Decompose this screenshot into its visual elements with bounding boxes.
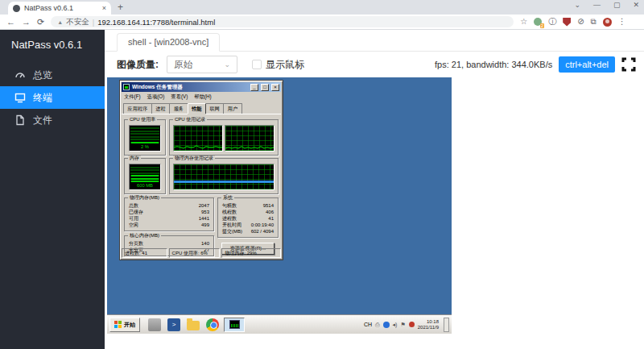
terminal-icon: [14, 92, 26, 103]
cpu-history-group: CPU 使用记录: [169, 119, 279, 156]
task-manager-window[interactable]: Windows 任务管理器 _ □ × 文件(F) 选项(O) 查看(V) 帮助…: [119, 80, 283, 260]
tab-networking[interactable]: 联网: [205, 103, 224, 114]
status-cpu: CPU 使用率: 6%: [169, 248, 221, 258]
taskbar-task-manager-button[interactable]: [224, 318, 245, 332]
tab-processes[interactable]: 进程: [151, 103, 170, 114]
sidebar: NatPass v0.6.1 总览 终端 文件: [0, 30, 105, 349]
show-desktop-button[interactable]: [444, 318, 449, 332]
memory-value: 600 MB: [130, 182, 159, 189]
sidebar-item-overview[interactable]: 总览: [0, 64, 105, 86]
tray-audio-icon[interactable]: [409, 322, 415, 327]
quicklaunch-chrome-icon[interactable]: [206, 318, 219, 331]
tm-close-button[interactable]: ×: [271, 84, 279, 91]
menu-options[interactable]: 选项(O): [147, 93, 165, 101]
task-manager-app-icon: [123, 84, 130, 90]
tab-close-icon[interactable]: ×: [102, 4, 106, 12]
show-cursor-label: 显示鼠标: [266, 58, 304, 72]
browser-menu-icon[interactable]: ⋮: [618, 18, 626, 26]
extension-shield-icon[interactable]: [563, 18, 571, 27]
window-close-button[interactable]: ✕: [633, 1, 639, 9]
extension-badge: 2: [540, 23, 544, 28]
cpu-history-graph-2: [225, 125, 275, 152]
tm-maximize-button[interactable]: □: [261, 84, 269, 91]
address-bar[interactable]: ▲ 不安全 | 192.168.164.11:7788/terminal.htm…: [51, 16, 514, 27]
status-memory: 物理内存: 29%: [221, 248, 281, 258]
browser-tab-title: NatPass v0.6.1: [24, 4, 98, 12]
forward-icon[interactable]: →: [22, 17, 31, 27]
gauge-icon: [14, 69, 26, 81]
bookmark-star-icon[interactable]: ☆: [520, 18, 527, 26]
status-processes: 进程数: 41: [122, 248, 167, 258]
back-icon[interactable]: ←: [6, 17, 15, 27]
taskbar-clock[interactable]: 10:18 2021/11/9: [418, 319, 440, 330]
clock-date: 2021/11/9: [418, 325, 439, 330]
browser-toolbar: ← → ⟳ ▲ 不安全 | 192.168.164.11:7788/termin…: [0, 15, 644, 30]
cpu-usage-group: CPU 使用率 2 %: [124, 119, 166, 156]
tab-applications[interactable]: 应用程序: [123, 103, 152, 114]
vnc-desktop[interactable]: Windows 任务管理器 _ □ × 文件(F) 选项(O) 查看(V) 帮助…: [107, 77, 452, 334]
start-button[interactable]: 开始: [109, 318, 140, 332]
physical-memory-group: 物理内存(MB) 总数2047 已缓存953 可用1441 空闲499: [124, 197, 214, 231]
tray-printer-icon[interactable]: ⎙: [375, 322, 380, 327]
fullscreen-icon[interactable]: [621, 57, 636, 72]
show-cursor-checkbox[interactable]: [252, 60, 262, 69]
new-tab-button[interactable]: +: [118, 2, 123, 15]
tab-search-icon[interactable]: ⌄: [574, 1, 580, 9]
quicklaunch-device-icon[interactable]: [148, 318, 161, 331]
sidebar-item-label: 文件: [33, 114, 52, 127]
tray-flag-icon[interactable]: ⚑: [400, 322, 405, 327]
sidebar-item-label: 终端: [33, 91, 52, 105]
show-cursor-checkbox-row[interactable]: 显示鼠标: [252, 58, 304, 72]
tab-users[interactable]: 用户: [223, 103, 242, 114]
tray-volume-icon[interactable]: ◂): [393, 322, 398, 327]
vnc-toolbar: 图像质量: 原始 ⌄ 显示鼠标 fps: 21, bandwidth: 344.…: [105, 52, 644, 77]
extensions-puzzle-icon[interactable]: ⧉: [591, 17, 597, 27]
system-tray: CH ⎙ ◂) ⚑ 10:18 2021/11/9: [364, 318, 449, 332]
memory-history-graph: [173, 164, 275, 190]
tab-performance[interactable]: 性能: [188, 103, 206, 114]
memory-group: 内存 600 MB: [124, 158, 166, 194]
start-label: 开始: [124, 321, 135, 329]
tm-minimize-button[interactable]: _: [250, 84, 258, 91]
quicklaunch-folder-icon[interactable]: [187, 321, 200, 330]
reload-icon[interactable]: ⟳: [37, 17, 44, 27]
app-title: NatPass v0.6.1: [0, 30, 105, 64]
desktop-taskbar: 开始 > CH ⎙ ◂) ⚑ 10:18 2021/11/9: [107, 315, 452, 334]
menu-help[interactable]: 帮助(H): [194, 93, 211, 101]
clock-time: 10:18: [418, 319, 439, 325]
profile-avatar[interactable]: [603, 18, 612, 27]
file-icon: [14, 114, 26, 126]
window-minimize-button[interactable]: —: [593, 1, 601, 9]
sidebar-item-files[interactable]: 文件: [0, 109, 105, 131]
shell-tab[interactable]: shell - [win2008-vnc]: [117, 33, 220, 52]
cpu-usage-value: 2 %: [130, 143, 159, 150]
omnibox-divider: |: [93, 18, 94, 27]
cpu-usage-meter: 2 %: [129, 125, 161, 152]
windows-logo-icon: [114, 321, 122, 328]
not-secure-warning-icon: ▲: [57, 19, 63, 25]
quality-select[interactable]: 原始 ⌄: [167, 56, 237, 73]
tray-language-indicator[interactable]: CH: [364, 322, 372, 327]
extension-info-icon[interactable]: ⓘ: [548, 18, 556, 26]
window-maximize-button[interactable]: ▢: [613, 1, 621, 9]
sidebar-item-label: 总览: [33, 69, 52, 82]
sidebar-item-terminal[interactable]: 终端: [0, 86, 105, 109]
ctrl-alt-del-button[interactable]: ctrl+alt+del: [559, 56, 615, 73]
memory-history-band: [174, 181, 274, 183]
quicklaunch-powershell-icon[interactable]: >: [167, 318, 180, 331]
quality-selected-value: 原始: [174, 59, 192, 71]
extension-blocker-icon[interactable]: ⊘: [577, 18, 584, 26]
tab-services[interactable]: 服务: [169, 103, 188, 114]
system-group: 系统 句柄数9514 线程数406 进程数41 开机时间0:00:19:40 提…: [217, 197, 279, 238]
not-secure-label[interactable]: 不安全: [66, 17, 89, 27]
menu-view[interactable]: 查看(V): [171, 93, 188, 101]
menu-file[interactable]: 文件(F): [124, 93, 141, 101]
task-manager-titlebar[interactable]: Windows 任务管理器 _ □ ×: [122, 82, 281, 92]
url-text[interactable]: 192.168.164.11:7788/terminal.html: [97, 18, 215, 27]
memory-meter: 600 MB: [129, 164, 161, 190]
browser-tab[interactable]: NatPass v0.6.1 ×: [8, 2, 111, 15]
memory-history-group: 物理内存使用记录: [169, 158, 279, 194]
extension-green-icon[interactable]: 2: [534, 18, 542, 26]
fps-bandwidth-stats: fps: 21, bandwidth: 344.0KB/s: [435, 60, 552, 69]
tray-network-icon[interactable]: [383, 322, 390, 328]
